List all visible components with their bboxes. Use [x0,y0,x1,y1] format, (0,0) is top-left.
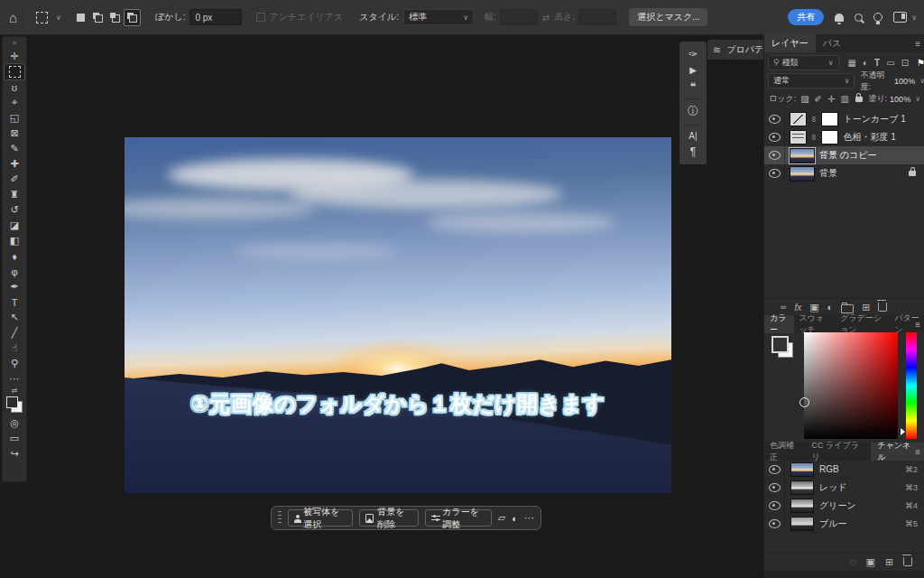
visibility-toggle[interactable] [764,479,785,496]
channel-row-rgb[interactable]: RGB ⌘2 [764,461,924,479]
discover-lightbulb-icon[interactable] [873,13,882,22]
adjustment-icon[interactable]: ◐ [512,513,518,524]
visibility-toggle[interactable] [764,497,785,514]
channels-panel-menu-icon[interactable]: ≡ [915,447,920,457]
remove-background-button[interactable]: 背景を削除 [359,509,420,527]
quick-mask-button[interactable]: ◎ [5,415,24,431]
hue-saturation-adjustment-icon[interactable] [790,130,807,144]
edit-toolbar-button[interactable]: ⋯ [5,371,24,387]
swap-colors-icon[interactable]: ⇄ [12,387,18,395]
filter-smart-object-icon[interactable]: ⊡ [901,58,909,68]
tab-layers[interactable]: レイヤー [764,34,816,52]
notifications-bell-icon[interactable] [835,14,844,22]
path-selection-tool[interactable]: ↖ [5,310,24,325]
antialias-checkbox[interactable] [256,13,265,22]
layer-name[interactable]: 背景 のコピー [819,149,876,162]
visibility-toggle[interactable] [764,146,785,164]
paragraph-panel-icon[interactable]: ¶ [690,145,696,158]
taskbar-drag-handle[interactable] [278,511,282,525]
height-input[interactable] [578,9,616,25]
screen-mode-button[interactable]: ▭ [5,431,24,446]
new-group-icon[interactable] [841,304,854,313]
brush-settings-panel-icon[interactable]: ✑ [688,48,698,61]
new-selection-mode[interactable] [76,13,86,23]
add-mask-icon[interactable]: ▣ [809,302,818,313]
more-options-icon[interactable]: ⋯ [524,512,534,524]
intersect-selection-mode[interactable] [124,9,141,26]
visibility-toggle[interactable] [764,164,785,182]
save-selection-icon[interactable]: ▣ [866,556,875,568]
hand-tool[interactable]: ☝ [5,340,24,356]
add-selection-mode[interactable] [93,13,103,23]
filter-type-icon[interactable]: T [874,58,880,68]
lock-move-icon[interactable]: ✛ [827,94,835,104]
clone-stamp-tool[interactable]: ♜ [5,187,24,202]
layer-name[interactable]: 色相・彩度 1 [843,131,895,144]
home-icon[interactable]: ⌂ [9,10,17,25]
swap-width-height-icon[interactable]: ⇄ [542,13,550,23]
style-select[interactable]: 標準 ∨ [403,9,474,25]
channel-row-blue[interactable]: ブルー ⌘5 [764,515,924,533]
layer-style-fx-icon[interactable]: fx [794,303,801,312]
healing-brush-tool[interactable]: ✚ [5,156,24,172]
layer-mask-thumbnail[interactable] [821,130,838,144]
type-tool[interactable]: T [5,294,24,310]
share-button[interactable]: 共有 [788,9,824,25]
transform-icon[interactable]: ▱ [498,512,505,524]
foreground-color[interactable] [772,336,789,353]
color-picker-ring[interactable] [799,397,809,407]
layer-name[interactable]: 背景 [819,167,837,180]
layer-row-background-copy[interactable]: 背景 のコピー [764,146,924,164]
curves-adjustment-icon[interactable] [790,112,807,126]
tool-preset[interactable]: ∨ [36,12,61,23]
hue-slider[interactable] [906,332,917,439]
layer-name[interactable]: トーンカーブ 1 [843,113,905,126]
link-layers-icon[interactable]: ∞ [781,303,786,312]
eraser-tool[interactable]: ◪ [5,218,24,233]
select-subject-button[interactable]: 被写体を選択 [288,509,353,527]
subtract-selection-mode[interactable] [110,13,120,23]
crop-tool[interactable]: ◱ [5,110,24,126]
channel-name[interactable]: レッド [819,481,847,494]
new-layer-icon[interactable]: ⊞ [862,302,870,313]
workspace-switcher-icon[interactable] [893,12,907,23]
new-channel-icon[interactable]: ⊞ [885,556,893,568]
share-edit-button[interactable]: ↪ [5,446,24,461]
foreground-color[interactable] [6,396,18,408]
frame-tool[interactable]: ⊠ [5,126,24,141]
tab-paths[interactable]: パス [816,37,848,50]
load-selection-icon[interactable]: ◌ [850,556,856,567]
layer-thumbnail[interactable] [790,166,815,182]
zoom-tool[interactable]: ⚲ [5,356,24,371]
history-brush-tool[interactable]: ↺ [5,202,24,218]
gradient-tool[interactable]: ◧ [5,233,24,248]
feather-input[interactable]: 0 px [189,9,242,25]
actions-panel-icon[interactable]: ▶ [689,65,697,75]
lock-transparency-icon[interactable]: ▨ [800,94,808,104]
opacity-chevron-icon[interactable]: ∨ [919,77,924,85]
layers-panel-menu-icon[interactable]: ≡ [915,39,920,49]
visibility-toggle[interactable] [764,110,785,128]
visibility-toggle[interactable] [764,515,785,532]
channel-row-green[interactable]: グリーン ⌘4 [764,497,924,515]
brush-tool[interactable]: ✐ [5,172,24,187]
pen-tool[interactable]: ✒ [5,279,24,294]
lock-all-icon[interactable] [855,97,863,102]
lasso-tool[interactable]: ʊ [5,79,24,95]
tab-color[interactable]: カラー [764,315,794,333]
saturation-brightness-box[interactable] [804,332,898,439]
channel-name[interactable]: ブルー [819,517,846,530]
delete-channel-icon[interactable] [903,557,912,566]
color-panel-menu-icon[interactable]: ≡ [915,320,920,330]
line-tool[interactable]: ╱ [5,325,24,340]
fill-chevron-icon[interactable]: ∨ [915,95,920,103]
search-icon[interactable] [855,14,863,22]
canvas-image[interactable]: ①元画像のフォルダから１枚だけ開きます [125,137,671,493]
hue-slider-arrow[interactable] [901,428,905,435]
marquee-tool[interactable] [5,64,24,79]
comments-panel-icon[interactable]: ❝ [690,80,696,93]
new-adjustment-layer-icon[interactable]: ◐ [827,302,834,312]
dodge-tool[interactable]: φ [5,264,24,279]
filter-pin-icon[interactable]: ⚑ [917,58,924,68]
layer-row-curves[interactable]: ∞ トーンカーブ 1 [764,110,924,128]
